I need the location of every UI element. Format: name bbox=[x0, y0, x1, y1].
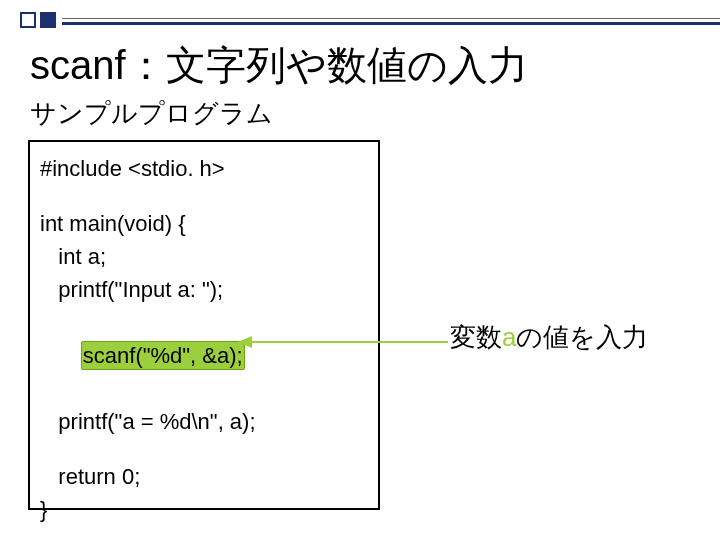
thin-rule bbox=[62, 18, 720, 19]
code-line-close: } bbox=[40, 493, 368, 526]
annotation-text: 変数aの値を入力 bbox=[450, 320, 648, 355]
code-line-include: #include <stdio. h> bbox=[40, 152, 368, 185]
code-line-prompt: printf("Input a: "); bbox=[40, 273, 368, 306]
thick-rule bbox=[62, 22, 720, 25]
code-sample: #include <stdio. h> int main(void) { int… bbox=[28, 140, 380, 510]
code-line-decl: int a; bbox=[40, 240, 368, 273]
annotation-var: a bbox=[502, 322, 516, 352]
square-open-icon bbox=[20, 12, 36, 28]
code-line-printf: printf("a = %d\n", a); bbox=[40, 405, 368, 438]
code-line-return: return 0; bbox=[40, 460, 368, 493]
annotation-pre: 変数 bbox=[450, 322, 502, 352]
code-highlight-text: scanf("%d", &a); bbox=[83, 343, 243, 368]
square-solid-icon bbox=[40, 12, 56, 28]
page-subtitle: サンプルプログラム bbox=[30, 96, 273, 131]
annotation-post: の値を入力 bbox=[516, 322, 648, 352]
code-line-scanf: scanf("%d", &a); bbox=[40, 306, 368, 405]
code-highlight: scanf("%d", &a); bbox=[83, 339, 243, 372]
code-line-main: int main(void) { bbox=[40, 207, 368, 240]
slide-header-decoration bbox=[0, 14, 720, 28]
page-title: scanf：文字列や数値の入力 bbox=[30, 38, 528, 93]
